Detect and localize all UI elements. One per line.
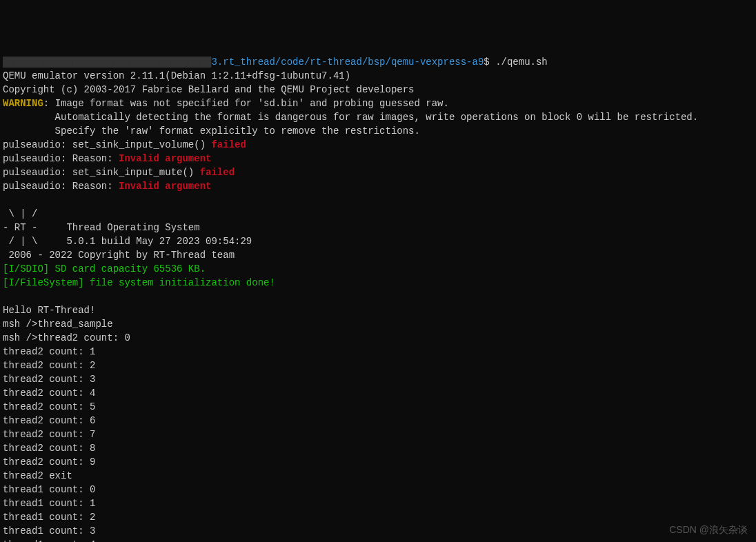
watermark: CSDN @浪矢杂谈 (669, 523, 748, 536)
init-sdio: [I/SDIO] SD card capacity 65536 KB. (3, 263, 206, 274)
prompt-symbol: $ (484, 57, 489, 68)
pulseaudio-line-2: pulseaudio: Reason: Invalid argument (3, 153, 211, 164)
rtthread-logo-2: - RT - Thread Operating System (3, 222, 200, 233)
thread2-line: thread2 count: 8 (3, 443, 95, 454)
prompt-path: 3.rt_thread/code/rt-thread/bsp/qemu-vexp… (211, 57, 484, 68)
thread1-line: thread1 count: 4 (3, 539, 95, 542)
warning-label: WARNING (3, 98, 43, 109)
thread1-line: thread1 count: 1 (3, 498, 95, 509)
thread2-line: thread2 count: 4 (3, 388, 95, 399)
terminal-output[interactable]: ████████████████████████████████████3.rt… (0, 55, 756, 542)
thread1-line: thread1 count: 0 (3, 484, 95, 495)
thread2-line: thread2 count: 3 (3, 374, 95, 385)
thread2-line: thread2 count: 6 (3, 415, 95, 426)
thread1-line: thread1 count: 3 (3, 525, 95, 536)
thread2-exit: thread2 exit (3, 470, 72, 481)
pulseaudio-line-1: pulseaudio: set_sink_input_volume() fail… (3, 139, 246, 150)
thread2-first: msh />thread2 count: 0 (3, 332, 130, 343)
qemu-copyright: Copyright (c) 2003-2017 Fabrice Bellard … (3, 84, 415, 95)
qemu-version: QEMU emulator version 2.11.1(Debian 1:2.… (3, 70, 350, 81)
rtthread-logo-1: \ | / (3, 208, 37, 219)
pulseaudio-line-3: pulseaudio: set_sink_input_mute() failed (3, 167, 235, 178)
rtthread-logo-3: / | \ 5.0.1 build May 27 2023 09:54:29 (3, 236, 252, 247)
warning-line-1: WARNING: Image format was not specified … (3, 98, 449, 109)
prompt-command: ./qemu.sh (490, 57, 548, 68)
thread2-line: thread2 count: 7 (3, 429, 95, 440)
thread2-line: thread2 count: 9 (3, 456, 95, 468)
pulseaudio-line-4: pulseaudio: Reason: Invalid argument (3, 181, 211, 192)
warning-line-2: Automatically detecting the format is da… (3, 112, 698, 123)
prompt-line: ████████████████████████████████████3.rt… (3, 57, 548, 68)
prompt-userhost-obscured: ████████████████████████████████████ (3, 57, 211, 68)
hello-line: Hello RT-Thread! (3, 305, 95, 316)
init-filesystem: [I/FileSystem] file system initializatio… (3, 277, 275, 288)
thread2-line: thread2 count: 2 (3, 360, 95, 371)
rtthread-logo-4: 2006 - 2022 Copyright by RT-Thread team (3, 250, 235, 261)
msh-command: msh />thread_sample (3, 319, 113, 330)
thread2-line: thread2 count: 5 (3, 401, 95, 412)
warning-line-3: Specify the 'raw' format explicitly to r… (3, 126, 420, 137)
thread2-line: thread2 count: 1 (3, 346, 95, 357)
thread1-line: thread1 count: 2 (3, 512, 95, 523)
